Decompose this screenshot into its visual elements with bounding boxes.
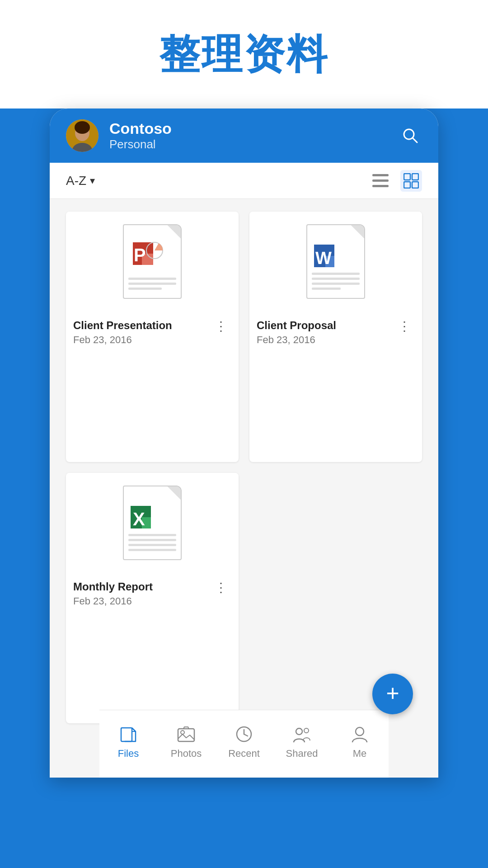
header-text: Contoso Personal <box>109 120 388 151</box>
svg-point-2 <box>75 121 90 134</box>
file-info-ppt: Client Presentation Feb 23, 2016 ⋮ <box>66 311 239 355</box>
svg-rect-7 <box>372 179 389 182</box>
svg-rect-6 <box>372 174 389 176</box>
file-card-monthly-report[interactable]: X Monthly Report Feb 23, 2016 <box>66 473 239 723</box>
file-date-word: Feb 23, 2016 <box>257 334 336 346</box>
file-thumb-ppt: P <box>66 212 239 311</box>
svg-line-5 <box>413 138 417 142</box>
svg-point-25 <box>181 731 184 734</box>
me-nav-label: Me <box>353 748 367 760</box>
sort-chevron-icon: ▾ <box>90 175 95 187</box>
page-title: 整理资料 <box>0 27 488 82</box>
ppt-doc-icon: P <box>123 224 182 299</box>
header-name: Contoso <box>109 120 388 137</box>
list-view-button[interactable] <box>370 170 391 192</box>
fab-plus-icon: + <box>386 682 399 704</box>
svg-rect-12 <box>412 182 418 188</box>
word-doc-icon: W <box>306 224 365 299</box>
shared-nav-label: Shared <box>286 748 318 760</box>
svg-point-29 <box>296 728 302 735</box>
nav-shared[interactable]: Shared <box>279 724 324 760</box>
svg-rect-8 <box>372 185 389 187</box>
recent-nav-icon <box>234 724 254 744</box>
file-thumb-excel: X <box>66 473 239 572</box>
sort-button[interactable]: A-Z ▾ <box>66 174 95 188</box>
recent-nav-label: Recent <box>228 748 260 760</box>
svg-rect-9 <box>404 174 410 180</box>
file-more-button-word[interactable]: ⋮ <box>394 318 415 335</box>
files-toolbar: A-Z ▾ <box>50 163 438 199</box>
header-sub: Personal <box>109 137 388 151</box>
nav-me[interactable]: Me <box>337 724 382 760</box>
avatar <box>66 119 99 152</box>
svg-point-30 <box>304 728 309 733</box>
nav-photos[interactable]: Photos <box>164 724 209 760</box>
svg-rect-23 <box>121 728 132 741</box>
files-nav-label: Files <box>118 748 139 760</box>
excel-doc-icon: X <box>123 486 182 560</box>
file-info-excel: Monthly Report Feb 23, 2016 ⋮ <box>66 572 239 616</box>
photos-nav-label: Photos <box>171 748 202 760</box>
svg-text:P: P <box>134 245 146 265</box>
add-file-fab[interactable]: + <box>372 674 413 714</box>
svg-text:W: W <box>315 249 332 268</box>
search-button[interactable] <box>399 124 422 147</box>
file-card-client-presentation[interactable]: P Client Presentat <box>66 212 239 462</box>
file-info-word: Client Proposal Feb 23, 2016 ⋮ <box>249 311 422 355</box>
file-thumb-word: W <box>249 212 422 311</box>
phone-card: Contoso Personal A-Z ▾ <box>50 108 438 778</box>
file-date-excel: Feb 23, 2016 <box>73 595 153 607</box>
file-card-client-proposal[interactable]: W Client Proposal Feb 23, 2016 <box>249 212 422 462</box>
svg-rect-11 <box>404 182 410 188</box>
me-nav-icon <box>350 724 370 744</box>
sort-label: A-Z <box>66 174 86 188</box>
files-nav-icon <box>118 724 138 744</box>
file-date-ppt: Feb 23, 2016 <box>73 334 172 346</box>
file-name-word: Client Proposal <box>257 318 336 332</box>
shared-nav-icon <box>292 724 312 744</box>
file-more-button-ppt[interactable]: ⋮ <box>211 318 231 335</box>
file-name-excel: Monthly Report <box>73 580 153 594</box>
file-more-button-excel[interactable]: ⋮ <box>211 580 231 596</box>
svg-text:X: X <box>133 509 145 529</box>
svg-rect-10 <box>412 174 418 180</box>
file-name-ppt: Client Presentation <box>73 318 172 332</box>
photos-nav-icon <box>176 724 196 744</box>
nav-recent[interactable]: Recent <box>221 724 267 760</box>
nav-files[interactable]: Files <box>106 724 151 760</box>
app-header: Contoso Personal <box>50 108 438 163</box>
svg-line-28 <box>244 734 248 736</box>
svg-point-31 <box>356 727 364 736</box>
bottom-navigation: Files Photos R <box>99 710 389 778</box>
svg-rect-24 <box>178 729 194 741</box>
grid-view-button[interactable] <box>400 170 422 192</box>
